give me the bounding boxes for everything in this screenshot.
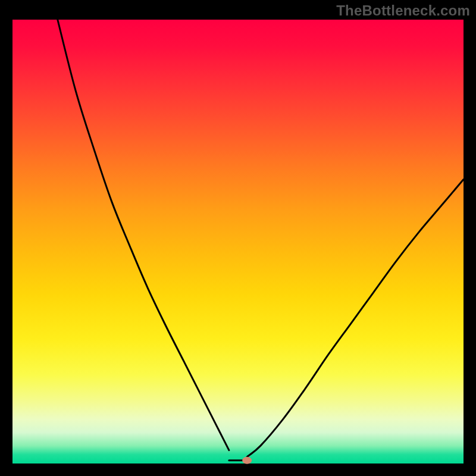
plot-area [12, 20, 464, 464]
chart-frame: TheBottleneck.com [0, 0, 476, 476]
chart-svg [12, 20, 464, 464]
right-curve [247, 180, 464, 457]
valley-marker [242, 457, 252, 464]
watermark-text: TheBottleneck.com [336, 2, 470, 19]
left-curve [58, 20, 229, 450]
